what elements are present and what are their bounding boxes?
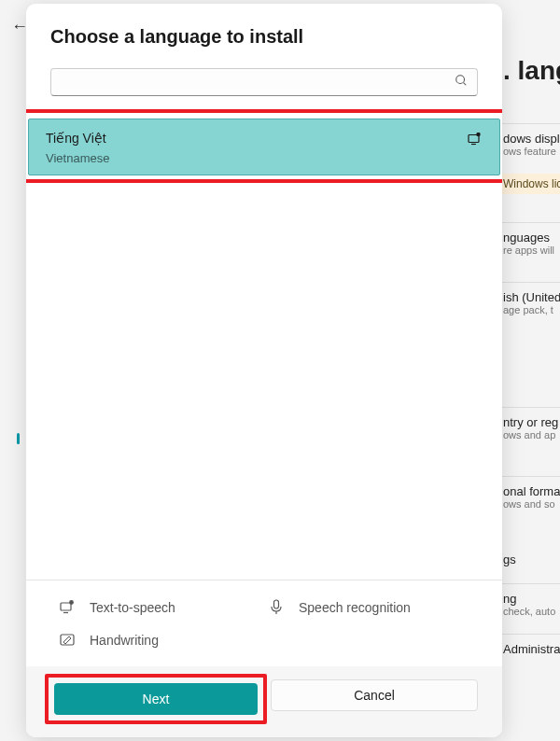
dialog-header: Choose a language to install xyxy=(26,4,502,61)
bg-setting-item: dows displ ows feature xyxy=(499,123,560,164)
sidebar-active-indicator xyxy=(17,433,20,444)
cancel-button[interactable]: Cancel xyxy=(271,679,478,711)
feature-label: Text-to-speech xyxy=(90,600,175,615)
bg-setting-item: onal forma ows and so xyxy=(499,476,560,517)
feature-speech-recognition: Speech recognition xyxy=(269,599,469,616)
svg-point-0 xyxy=(456,76,465,84)
language-native-name: Tiếng Việt xyxy=(46,131,109,146)
language-search-input[interactable] xyxy=(50,68,478,96)
bg-setting-item: ntry or reg ows and ap xyxy=(499,407,560,448)
handwriting-icon xyxy=(60,633,77,648)
tts-icon xyxy=(60,600,77,615)
language-install-dialog: Choose a language to install Tiếng Việt … xyxy=(26,4,502,737)
dialog-button-bar: Next Cancel xyxy=(26,666,502,737)
bg-setting-item: gs xyxy=(499,545,560,574)
search-icon xyxy=(455,74,468,91)
annotation-highlight-next: Next xyxy=(45,674,267,724)
language-english-name: Vietnamese xyxy=(46,151,109,165)
microphone-icon xyxy=(269,599,286,616)
language-item-vietnamese[interactable]: Tiếng Việt Vietnamese xyxy=(28,119,500,175)
feature-label: Handwriting xyxy=(90,633,159,648)
feature-handwriting: Handwriting xyxy=(60,633,259,648)
next-button[interactable]: Next xyxy=(54,683,258,715)
bg-setting-item: ng check, auto xyxy=(499,583,560,624)
bg-highlight-banner: Windows lic xyxy=(499,174,560,194)
bg-setting-item: ish (United age pack, t xyxy=(499,282,560,323)
language-list: Tiếng Việt Vietnamese xyxy=(26,109,502,580)
language-names: Tiếng Việt Vietnamese xyxy=(46,131,109,165)
svg-rect-8 xyxy=(274,600,279,608)
svg-point-7 xyxy=(69,600,74,605)
feature-text-to-speech: Text-to-speech xyxy=(60,599,259,616)
page-title-partial: . lang xyxy=(499,56,560,114)
dialog-title: Choose a language to install xyxy=(50,26,478,48)
bg-setting-item: nguages re apps will xyxy=(499,222,560,263)
feature-label: Speech recognition xyxy=(299,600,411,615)
annotation-highlight-selected: Tiếng Việt Vietnamese xyxy=(26,109,502,183)
settings-background: . lang dows displ ows feature Windows li… xyxy=(499,0,560,741)
svg-rect-5 xyxy=(61,603,71,610)
svg-rect-10 xyxy=(61,635,74,645)
svg-line-1 xyxy=(464,83,467,86)
bg-setting-item: Administrative xyxy=(499,634,560,664)
language-features: Text-to-speech Speech recognition Handwr… xyxy=(26,580,502,666)
display-language-icon xyxy=(466,133,483,148)
svg-point-4 xyxy=(476,133,480,136)
